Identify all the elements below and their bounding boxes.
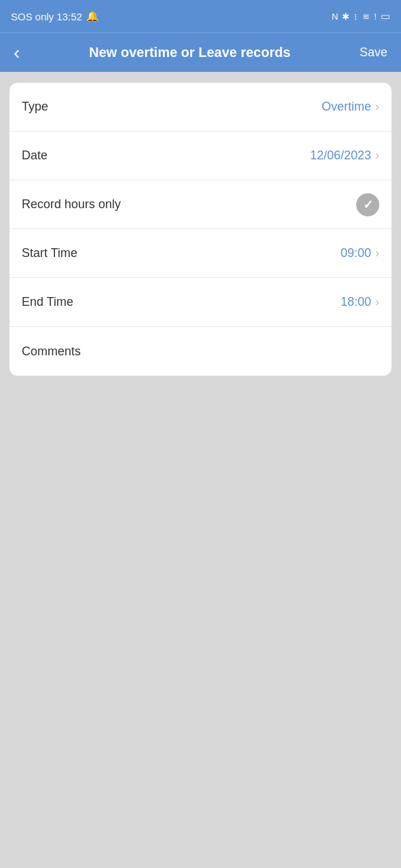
date-value: 12/06/2023 bbox=[310, 149, 371, 163]
page-title: New overtime or Leave records bbox=[25, 45, 354, 60]
battery-icon: ▭ bbox=[381, 10, 390, 22]
type-value: Overtime bbox=[322, 100, 371, 114]
bell-icon: 🔔 bbox=[86, 10, 99, 22]
record-hours-label: Record hours only bbox=[22, 197, 356, 212]
nav-bar: ‹ New overtime or Leave records Save bbox=[0, 33, 401, 72]
date-row[interactable]: Date 12/06/2023 › bbox=[9, 132, 392, 180]
alert-icon: ! bbox=[374, 12, 377, 22]
end-time-label: End Time bbox=[22, 295, 341, 309]
comments-label: Comments bbox=[22, 344, 379, 359]
status-left: SOS only 13:52 🔔 bbox=[11, 10, 99, 22]
record-hours-checkbox[interactable] bbox=[356, 193, 379, 216]
end-time-row[interactable]: End Time 18:00 › bbox=[9, 278, 392, 327]
record-hours-row[interactable]: Record hours only bbox=[9, 180, 392, 229]
date-chevron-icon: › bbox=[375, 149, 379, 163]
bluetooth-icon: ✱ bbox=[342, 12, 349, 22]
back-button[interactable]: ‹ bbox=[8, 41, 25, 65]
start-time-value: 09:00 bbox=[341, 246, 371, 260]
date-label: Date bbox=[22, 149, 310, 163]
vibrate-icon: ⫶ bbox=[354, 12, 358, 22]
start-time-row[interactable]: Start Time 09:00 › bbox=[9, 229, 392, 278]
end-time-value: 18:00 bbox=[341, 295, 371, 309]
type-row[interactable]: Type Overtime › bbox=[9, 83, 392, 132]
nfc-icon: N bbox=[332, 12, 338, 22]
type-label: Type bbox=[22, 100, 322, 114]
status-carrier: SOS only 13:52 bbox=[11, 11, 82, 22]
start-time-label: Start Time bbox=[22, 246, 341, 260]
form-card: Type Overtime › Date 12/06/2023 › Record… bbox=[9, 83, 392, 376]
wifi-icon: ≋ bbox=[362, 12, 370, 22]
start-time-chevron-icon: › bbox=[375, 246, 379, 260]
save-button[interactable]: Save bbox=[354, 43, 393, 62]
status-right: N ✱ ⫶ ≋ ! ▭ bbox=[332, 10, 390, 22]
content-area: Type Overtime › Date 12/06/2023 › Record… bbox=[0, 72, 401, 387]
comments-row[interactable]: Comments bbox=[9, 327, 392, 376]
status-bar: SOS only 13:52 🔔 N ✱ ⫶ ≋ ! ▭ bbox=[0, 0, 401, 33]
end-time-chevron-icon: › bbox=[375, 295, 379, 309]
type-chevron-icon: › bbox=[375, 100, 379, 114]
